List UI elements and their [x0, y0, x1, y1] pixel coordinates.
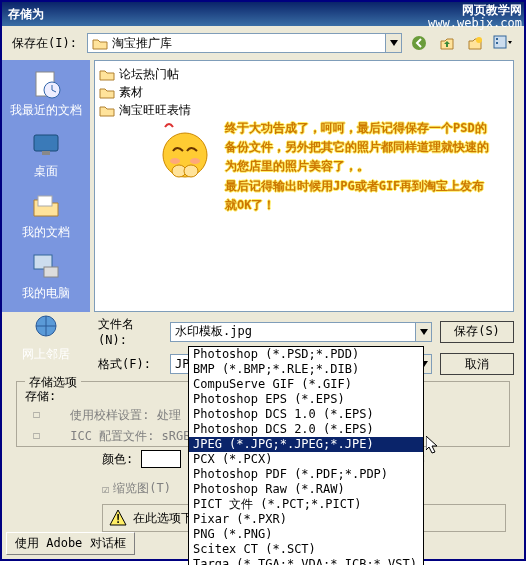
place-computer[interactable]: 我的电脑 — [2, 247, 90, 306]
format-option[interactable]: Photoshop (*.PSD;*.PDD) — [189, 347, 423, 362]
svg-rect-11 — [44, 267, 58, 277]
svg-point-14 — [170, 158, 180, 164]
svg-point-15 — [190, 158, 200, 164]
view-menu-icon[interactable] — [492, 32, 514, 54]
format-option[interactable]: PCX (*.PCX) — [189, 452, 423, 467]
format-option[interactable]: PICT 文件 (*.PCT;*.PICT) — [189, 497, 423, 512]
folder-icon — [99, 103, 115, 117]
cancel-button[interactable]: 取消 — [440, 353, 514, 375]
format-option[interactable]: Photoshop PDF (*.PDF;*.PDP) — [189, 467, 423, 482]
adobe-dialog-button[interactable]: 使用 Adobe 对话框 — [6, 532, 135, 555]
watermark: 网页教学网 www.webjx.com — [428, 4, 522, 30]
svg-point-17 — [184, 165, 198, 177]
filename-input[interactable]: 水印模板.jpg — [170, 322, 432, 342]
format-label: 格式(F): — [98, 356, 162, 373]
filename-label: 文件名(N): — [98, 316, 162, 347]
new-folder-icon[interactable] — [464, 32, 486, 54]
warning-icon: ! — [109, 509, 127, 527]
format-dropdown-list[interactable]: Photoshop (*.PSD;*.PDD)BMP (*.BMP;*.RLE;… — [188, 346, 424, 565]
svg-rect-4 — [496, 42, 498, 44]
format-option[interactable]: BMP (*.BMP;*.RLE;*.DIB) — [189, 362, 423, 377]
format-option[interactable]: Photoshop DCS 2.0 (*.EPS) — [189, 422, 423, 437]
place-network[interactable]: 网上邻居 — [2, 308, 90, 367]
svg-text:!: ! — [114, 512, 121, 526]
savein-combo[interactable]: 淘宝推广库 — [87, 33, 402, 53]
format-option[interactable]: Pixar (*.PXR) — [189, 512, 423, 527]
chevron-down-icon[interactable] — [385, 34, 401, 52]
color-row: 颜色: — [102, 450, 181, 468]
svg-point-0 — [412, 36, 426, 50]
svg-point-1 — [476, 37, 482, 43]
place-desktop[interactable]: 桌面 — [2, 125, 90, 184]
list-item[interactable]: 素材 — [99, 83, 509, 101]
format-option[interactable]: Photoshop EPS (*.EPS) — [189, 392, 423, 407]
group-legend: 存储选项 — [25, 374, 81, 391]
place-recent[interactable]: 我最近的文档 — [2, 64, 90, 123]
desktop-icon — [30, 129, 62, 161]
svg-rect-7 — [34, 135, 58, 151]
savein-toolbar: 保存在(I): 淘宝推广库 — [2, 26, 524, 60]
color-label: 颜色: — [102, 451, 133, 468]
list-item[interactable]: 淘宝旺旺表情 — [99, 101, 509, 119]
color-swatch[interactable] — [141, 450, 181, 468]
folder-open-icon — [92, 36, 108, 50]
network-icon — [30, 312, 62, 344]
cursor-icon — [426, 436, 442, 456]
format-option[interactable]: Photoshop DCS 1.0 (*.EPS) — [189, 407, 423, 422]
mydocs-icon — [30, 190, 62, 222]
svg-rect-9 — [38, 196, 52, 206]
format-option[interactable]: Targa (*.TGA;*.VDA;*.ICB;*.VST) — [189, 557, 423, 565]
place-mydocs[interactable]: 我的文档 — [2, 186, 90, 245]
svg-rect-3 — [496, 38, 498, 40]
format-option[interactable]: Photoshop Raw (*.RAW) — [189, 482, 423, 497]
svg-rect-2 — [494, 36, 506, 48]
list-item[interactable]: 论坛热门帖 — [99, 65, 509, 83]
format-option[interactable]: Scitex CT (*.SCT) — [189, 542, 423, 557]
savein-label: 保存在(I): — [12, 35, 77, 52]
format-option[interactable]: CompuServe GIF (*.GIF) — [189, 377, 423, 392]
computer-icon — [30, 251, 62, 283]
places-bar: 我最近的文档 桌面 我的文档 我的电脑 网上邻居 — [2, 60, 90, 312]
savein-value: 淘宝推广库 — [112, 35, 172, 52]
svg-rect-8 — [42, 151, 50, 155]
file-list[interactable]: 论坛热门帖 素材 淘宝旺旺表情 终于大功告成了，呵呵，最后记得保存一个PSD的备… — [94, 60, 514, 312]
back-icon[interactable] — [408, 32, 430, 54]
emoji-icon — [155, 121, 215, 181]
window-title: 存储为 — [8, 6, 44, 23]
chevron-down-icon[interactable] — [415, 323, 431, 341]
folder-icon — [99, 67, 115, 81]
overlay-annotation: 终于大功告成了，呵呵，最后记得保存一个PSD的备份文件，另外把其它的照片都同样道… — [225, 119, 495, 215]
up-folder-icon[interactable] — [436, 32, 458, 54]
save-button[interactable]: 保存(S) — [440, 321, 514, 343]
format-option[interactable]: JPEG (*.JPG;*.JPEG;*.JPE) — [189, 437, 423, 452]
format-option[interactable]: PNG (*.PNG) — [189, 527, 423, 542]
recent-docs-icon — [30, 68, 62, 100]
folder-icon — [99, 85, 115, 99]
